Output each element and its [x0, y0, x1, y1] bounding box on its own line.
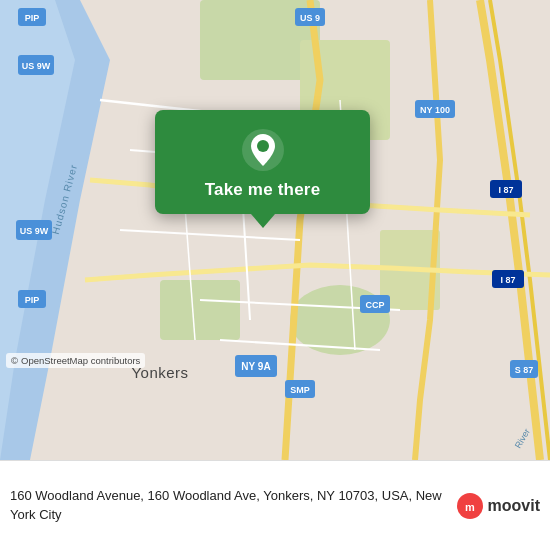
svg-text:PIP: PIP — [25, 13, 40, 23]
moovit-logo: m moovit — [456, 492, 540, 520]
copyright-symbol: © — [11, 355, 18, 366]
svg-text:PIP: PIP — [25, 295, 40, 305]
map-container: NY 9A US 9W US 9W US 9 I 87 I 87 NY 100 … — [0, 0, 550, 460]
osm-text: OpenStreetMap contributors — [21, 355, 140, 366]
svg-text:SMP: SMP — [290, 385, 310, 395]
svg-point-44 — [257, 140, 269, 152]
osm-attribution: © OpenStreetMap contributors — [6, 353, 145, 368]
svg-text:NY 9A: NY 9A — [241, 361, 270, 372]
map-background: NY 9A US 9W US 9W US 9 I 87 I 87 NY 100 … — [0, 0, 550, 460]
svg-rect-5 — [160, 280, 240, 340]
svg-text:I 87: I 87 — [500, 275, 515, 285]
moovit-icon: m — [456, 492, 484, 520]
take-me-there-button[interactable]: Take me there — [205, 180, 321, 200]
svg-text:US 9W: US 9W — [22, 61, 51, 71]
svg-text:m: m — [465, 501, 475, 513]
svg-text:NY 100: NY 100 — [420, 105, 450, 115]
location-pin-icon — [241, 128, 285, 172]
svg-text:US 9: US 9 — [300, 13, 320, 23]
svg-text:CCP: CCP — [365, 300, 384, 310]
moovit-text: moovit — [488, 497, 540, 515]
svg-text:US 9W: US 9W — [20, 226, 49, 236]
navigation-popup[interactable]: Take me there — [155, 110, 370, 214]
address-text: 160 Woodland Avenue, 160 Woodland Ave, Y… — [10, 487, 448, 523]
svg-text:S 87: S 87 — [515, 365, 534, 375]
svg-text:I 87: I 87 — [498, 185, 513, 195]
bottom-info-bar: 160 Woodland Avenue, 160 Woodland Ave, Y… — [0, 460, 550, 550]
